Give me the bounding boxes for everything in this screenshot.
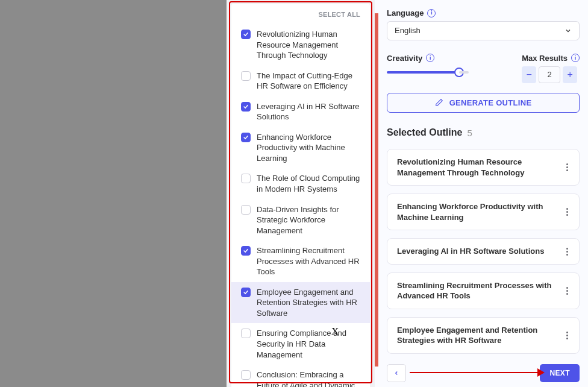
checkbox[interactable] — [241, 133, 251, 142]
option-label: Data-Driven Insights for Strategic Workf… — [257, 204, 361, 236]
card-text: Streamlining Recruitment Processes with … — [397, 280, 556, 301]
outline-option[interactable]: Employee Engagement and Retention Strate… — [231, 282, 370, 324]
option-label: The Role of Cloud Computing in Modern HR… — [257, 173, 361, 194]
selected-outline-card[interactable]: Enhancing Workforce Productivity with Ma… — [387, 194, 580, 230]
selected-outline-card[interactable]: Leveraging AI in HR Software Solutions — [387, 238, 580, 265]
outline-option[interactable]: Revolutionizing Human Resource Managemen… — [231, 24, 370, 66]
red-accent-strip — [375, 13, 378, 367]
decrement-button[interactable]: − — [522, 66, 536, 83]
kebab-menu-icon[interactable] — [562, 332, 572, 339]
option-label: Ensuring Compliance and Security in HR D… — [257, 328, 361, 360]
info-icon[interactable]: i — [426, 54, 434, 62]
annotation-x-mark: X — [331, 326, 339, 338]
outline-option[interactable]: Streamlining Recruitment Processes with … — [231, 241, 370, 282]
outline-option[interactable]: The Impact of Cutting-Edge HR Software o… — [231, 66, 370, 96]
max-results-stepper: − 2 + — [522, 66, 580, 83]
outline-option[interactable]: Ensuring Compliance and Security in HR D… — [231, 323, 370, 365]
option-label: Employee Engagement and Retention Strate… — [257, 287, 361, 319]
checkbox[interactable] — [241, 329, 251, 338]
chevron-left-icon — [393, 370, 399, 377]
checkbox[interactable] — [241, 30, 251, 39]
back-button[interactable] — [387, 364, 406, 382]
option-label: The Impact of Cutting-Edge HR Software o… — [257, 71, 361, 92]
option-label: Revolutionizing Human Resource Managemen… — [257, 29, 361, 61]
option-label: Leveraging AI in HR Software Solutions — [257, 101, 361, 122]
outline-option[interactable]: The Role of Cloud Computing in Modern HR… — [231, 168, 370, 199]
language-label: Language i — [387, 8, 580, 17]
checkbox[interactable] — [241, 102, 251, 112]
language-value: English — [395, 26, 421, 35]
card-text: Employee Engagement and Retention Strate… — [397, 325, 556, 346]
creativity-label: Creativity i — [387, 54, 506, 63]
kebab-menu-icon[interactable] — [562, 248, 572, 256]
language-select[interactable]: English — [387, 21, 580, 40]
option-label: Streamlining Recruitment Processes with … — [257, 245, 361, 277]
card-text: Revolutionizing Human Resource Managemen… — [397, 157, 556, 178]
checkbox[interactable] — [241, 205, 251, 215]
options-panel: SELECT ALL Revolutionizing Human Resourc… — [227, 0, 375, 387]
outline-option[interactable]: Leveraging AI in HR Software Solutions — [231, 96, 370, 127]
pencil-icon — [435, 98, 443, 107]
selected-outline-card[interactable]: Employee Engagement and Retention Strate… — [387, 317, 580, 354]
checkbox[interactable] — [241, 246, 251, 256]
checkbox[interactable] — [241, 174, 251, 183]
option-label: Enhancing Workforce Productivity with Ma… — [257, 132, 361, 164]
kebab-menu-icon[interactable] — [562, 208, 572, 216]
left-blank-area — [0, 0, 227, 387]
card-text: Enhancing Workforce Productivity with Ma… — [397, 201, 556, 222]
checkbox[interactable] — [241, 71, 251, 81]
checkbox[interactable] — [241, 370, 251, 380]
chevron-down-icon — [565, 27, 572, 34]
kebab-menu-icon[interactable] — [562, 163, 572, 171]
outline-option[interactable]: Conclusion: Embracing a Future of Agile … — [231, 365, 370, 387]
selected-outline-card[interactable]: Revolutionizing Human Resource Managemen… — [387, 149, 580, 186]
outline-option[interactable]: Data-Driven Insights for Strategic Workf… — [231, 200, 370, 241]
generate-outline-button[interactable]: GENERATE OUTLINE — [387, 93, 580, 113]
select-all-button[interactable]: SELECT ALL — [231, 8, 370, 24]
next-button[interactable]: NEXT — [540, 364, 580, 382]
max-results-label: Max Results i — [522, 54, 580, 63]
slider-thumb[interactable] — [454, 68, 464, 77]
increment-button[interactable]: + — [563, 66, 577, 83]
checkbox[interactable] — [241, 288, 251, 297]
max-results-value[interactable]: 2 — [539, 66, 560, 83]
kebab-menu-icon[interactable] — [562, 287, 572, 295]
outline-option[interactable]: Enhancing Workforce Productivity with Ma… — [231, 127, 370, 169]
selected-outline-heading: Selected Outline 5 — [387, 127, 580, 138]
card-text: Leveraging AI in HR Software Solutions — [397, 246, 556, 257]
creativity-slider[interactable] — [387, 71, 459, 74]
info-icon[interactable]: i — [571, 54, 580, 62]
option-label: Conclusion: Embracing a Future of Agile … — [257, 370, 361, 387]
selected-outline-card[interactable]: Streamlining Recruitment Processes with … — [387, 272, 580, 309]
info-icon[interactable]: i — [427, 9, 436, 17]
config-panel: Language i English Creativity i Max Resu… — [375, 0, 588, 387]
